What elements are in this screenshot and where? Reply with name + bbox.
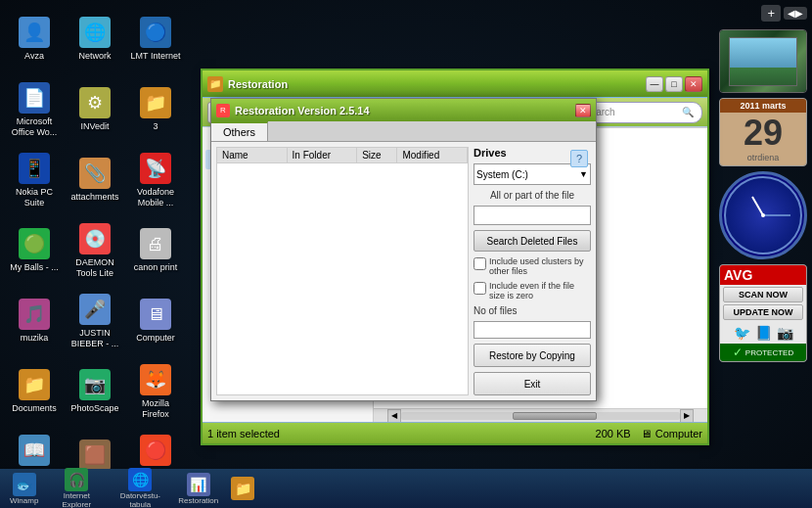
sidebar-arrow-buttons[interactable]: ◀▶ — [784, 7, 807, 20]
explorer-title: Restoration — [228, 78, 646, 90]
dialog-tabs: Others — [211, 121, 596, 142]
desktop-icon-daemon[interactable]: 💿 DAEMON Tools Lite — [66, 216, 124, 285]
taskbar-icon-datorv[interactable]: 📊 Restoration — [173, 470, 223, 508]
avg-update-button[interactable]: UPDATE NOW — [723, 304, 803, 320]
dropdown-chevron-icon: ▼ — [579, 169, 588, 179]
desktop-icon-msoffice[interactable]: 📄 Microsoft Office Wo... — [5, 75, 64, 144]
taskbar-icon-setupfishy[interactable]: 🐟 Winamp — [5, 470, 43, 508]
desktop-icon-photoscap[interactable]: 📷 PhotoScape — [66, 357, 124, 426]
photo-widget — [719, 29, 807, 93]
avg-twitter-icon[interactable]: 🐦 — [734, 325, 750, 341]
explorer-close-btn[interactable]: ✕ — [685, 76, 702, 92]
avg-camera-icon[interactable]: 📷 — [777, 325, 793, 341]
scrollbar-track[interactable] — [401, 412, 680, 420]
taskbar-icon-ie[interactable]: 🌐 Datorvēstu- tabula — [110, 465, 170, 508]
desktop-icon-avza[interactable]: 👤 Avza — [5, 5, 64, 73]
include-used-checkbox[interactable] — [474, 257, 486, 270]
search-field[interactable] — [474, 206, 591, 225]
avg-widget: AVG SCAN NOW UPDATE NOW 🐦 📘 📷 ✓ PROTECTE… — [719, 264, 807, 362]
desktop-icon-3[interactable]: 📁 3 — [126, 75, 185, 144]
avg-facebook-icon[interactable]: 📘 — [755, 325, 772, 341]
dialog-titlebar: R Restoration Version 2.5.14 ✕ — [211, 99, 596, 121]
desktop-icon-documents[interactable]: 📁 Documents — [5, 357, 64, 426]
desktop-icon-computer[interactable]: 🖥 Computer — [126, 287, 185, 355]
clock-widget — [719, 171, 807, 259]
status-size-text: 200 KB — [596, 428, 631, 439]
explorer-maximize-btn[interactable]: □ — [665, 76, 683, 92]
calendar-weekday: otrdiena — [723, 153, 803, 162]
avg-status: ✓ PROTECTED — [720, 344, 806, 361]
desktop-icon-network[interactable]: 🌐 Network — [66, 5, 124, 73]
scrollbar-left-btn[interactable]: ◀ — [387, 409, 401, 423]
col-modified: Modified — [397, 148, 468, 162]
col-name: Name — [217, 148, 288, 162]
taskbar-icon-restoration[interactable]: 📁 — [226, 474, 259, 503]
dialog-right-panel: ? Drives System (C:) ▼ All or part of th… — [474, 147, 591, 395]
taskbar-icon-winamp[interactable]: 🎧 Internet Explorer — [46, 465, 107, 508]
include-used-checkbox-row: Include used clusters by other files — [474, 256, 591, 276]
computer-icon: 🖥 — [641, 428, 652, 439]
explorer-titlebar: 📁 Restoration — □ ✕ — [203, 70, 707, 98]
taskbar: 🐟 Winamp 🎧 Internet Explorer 🌐 Datorvēst… — [0, 469, 812, 508]
col-size: Size — [357, 148, 397, 162]
status-selected-text: 1 item selected — [207, 428, 586, 439]
clock-face — [724, 176, 802, 254]
clock-hand-minute — [763, 215, 790, 216]
dialog-controls: ✕ — [575, 104, 591, 117]
dialog-body: Name In Folder Size Modified ? Drives Sy… — [211, 142, 596, 400]
status-computer: 🖥 Computer — [641, 428, 702, 439]
avg-scan-button[interactable]: SCAN NOW — [723, 287, 803, 302]
desktop-icon-lmt-internet[interactable]: 🔵 LMT Internet — [126, 5, 185, 73]
desktop-icon-attachments[interactable]: 📎 attachments — [66, 146, 124, 214]
desktop-icon-nokia[interactable]: 📱 Nokia PC Suite — [5, 146, 64, 214]
help-icon[interactable]: ? — [570, 150, 588, 167]
allpart-label: All or part of the file — [474, 190, 591, 201]
dialog-table-body — [216, 163, 469, 395]
dialog-table-header: Name In Folder Size Modified — [216, 147, 469, 163]
avg-icons: 🐦 📘 📷 — [720, 322, 806, 344]
nofiles-label: No of files — [474, 305, 591, 316]
exit-btn[interactable]: Exit — [474, 372, 591, 395]
right-sidebar: + ◀▶ 2011 marts 29 otrdiena — [714, 0, 812, 508]
include-even-checkbox[interactable] — [474, 282, 486, 295]
explorer-icon: 📁 — [207, 76, 223, 92]
scrollbar-thumb[interactable] — [513, 412, 597, 420]
desktop-icon-canon[interactable]: 🖨 canon print — [126, 216, 185, 285]
calendar-widget: 2011 marts 29 otrdiena — [719, 98, 807, 166]
scrollbar-right-btn[interactable]: ▶ — [680, 409, 694, 423]
calendar-month: 2011 marts — [720, 99, 806, 113]
search-deleted-btn[interactable]: Search Deleted Files — [474, 230, 591, 252]
desktop: 👤 Avza 🌐 Network 🔵 LMT Internet 📄 Micros… — [0, 0, 812, 508]
desktop-icon-muzika[interactable]: 🎵 muzika — [5, 287, 64, 355]
desktop-icon-justinbieber[interactable]: 🎤 JUSTIN BIEBER - ... — [66, 287, 124, 355]
restore-by-copying-btn[interactable]: Restore by Copying — [474, 344, 591, 367]
search-icon: 🔍 — [682, 107, 694, 117]
desktop-icons-grid: 👤 Avza 🌐 Network 🔵 LMT Internet 📄 Micros… — [0, 0, 196, 508]
desktop-icon-mozilla[interactable]: 🦊 Mozilla Firefox — [126, 357, 185, 426]
dialog-app-icon: R — [216, 104, 230, 117]
dialog-title: Restoration Version 2.5.14 — [235, 105, 575, 116]
col-infolder: In Folder — [288, 148, 358, 162]
dialog-tab-others[interactable]: Others — [211, 121, 268, 141]
include-even-checkbox-row: Include even if the file size is zero — [474, 281, 591, 300]
calendar-day: 29 — [723, 115, 803, 151]
dialog-table-area: Name In Folder Size Modified — [216, 147, 469, 395]
restoration-dialog: R Restoration Version 2.5.14 ✕ Others Na… — [210, 98, 597, 401]
desktop-icon-vodafone[interactable]: 📡 Vodafone Mobile ... — [126, 146, 185, 214]
dialog-close-btn[interactable]: ✕ — [575, 104, 591, 117]
desktop-icon-invedit[interactable]: ⚙ INVedit — [66, 75, 124, 144]
avg-header: AVG — [720, 265, 806, 285]
explorer-status-bar: 1 item selected 200 KB 🖥 Computer — [203, 422, 707, 443]
nofiles-input[interactable] — [474, 321, 591, 339]
explorer-window-controls: — □ ✕ — [646, 76, 702, 92]
desktop-icon-myballs[interactable]: 🟢 My Balls - ... — [5, 216, 64, 285]
horizontal-scrollbar[interactable]: ◀ ▶ — [374, 408, 707, 422]
explorer-minimize-btn[interactable]: — — [646, 76, 663, 92]
sidebar-plus-button[interactable]: + — [761, 5, 781, 22]
